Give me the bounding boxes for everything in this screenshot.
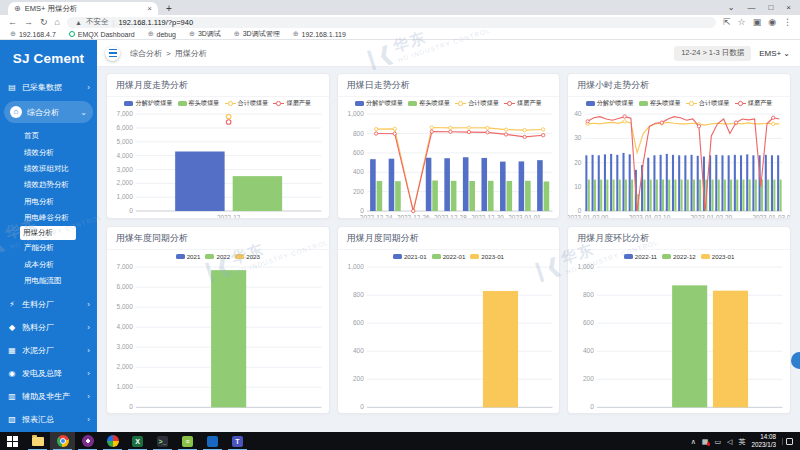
chevron-right-icon: ›: [87, 323, 90, 332]
legend-item[interactable]: 2023-01: [701, 253, 735, 260]
start-button[interactable]: [0, 432, 25, 450]
tray-expand-icon[interactable]: ∧: [691, 438, 696, 445]
excel-icon[interactable]: X: [125, 432, 150, 450]
bar: [666, 154, 668, 211]
legend-swatch-bar: [178, 101, 187, 107]
power-icon: ◉: [7, 369, 17, 378]
legend-item[interactable]: 合计喷煤量: [686, 99, 730, 108]
bookmark-star-icon[interactable]: ☆: [738, 18, 746, 27]
blue-app-icon[interactable]: [200, 432, 225, 450]
legend-item[interactable]: 2022-01: [432, 253, 466, 260]
new-tab-button[interactable]: +: [166, 2, 172, 15]
sidebar-subitem[interactable]: 用电能流图: [0, 273, 97, 289]
extensions-icon[interactable]: ▣: [753, 18, 762, 27]
bookmark-item[interactable]: ⊕3D调试: [189, 29, 221, 39]
profile-dropdown[interactable]: EMS+ ⌄: [759, 49, 790, 58]
sidebar-subitem[interactable]: 绩效趋势分析: [0, 177, 97, 193]
hamburger-menu-icon[interactable]: [105, 46, 120, 61]
reload-icon[interactable]: ↻: [40, 18, 48, 27]
tray-display-icon[interactable]: ▭: [714, 438, 721, 445]
window-close-button[interactable]: ×: [786, 3, 791, 12]
mqtt-client-icon[interactable]: [75, 432, 100, 450]
sidebar-subitem[interactable]: 首页: [0, 128, 97, 144]
chevron-down-icon: ⌄: [783, 49, 790, 58]
bar: [506, 181, 512, 211]
legend-item[interactable]: 分解炉喷煤量: [124, 99, 172, 108]
legend-item[interactable]: 2022-11: [624, 253, 657, 260]
bookmark-item[interactable]: ⊕debug: [148, 30, 176, 38]
file-explorer-icon[interactable]: [25, 432, 50, 450]
legend-item[interactable]: 煤磨产量: [504, 99, 542, 108]
bar: [728, 155, 730, 211]
browser-menu-icon[interactable]: ⋮: [783, 18, 792, 27]
pinwheel-app-icon[interactable]: [100, 432, 125, 450]
browser-tab[interactable]: ⊕ EMS+ 用煤分析 ×: [8, 2, 158, 15]
legend-label: 合计喷煤量: [238, 99, 269, 108]
share-icon[interactable]: ⇱: [723, 18, 731, 27]
legend-item[interactable]: 2021: [176, 253, 201, 260]
window-maximize-button[interactable]: □: [768, 3, 773, 12]
back-icon[interactable]: ←: [8, 18, 17, 27]
sidebar-subitem[interactable]: 成本分析: [0, 257, 97, 273]
sidebar-subitem[interactable]: 绩效分析: [0, 144, 97, 160]
sidebar-subitem[interactable]: 绩效班组对比: [0, 161, 97, 177]
forward-icon[interactable]: →: [24, 18, 33, 27]
teams-icon[interactable]: T: [225, 432, 250, 450]
bookmark-item[interactable]: ⊕192.168.4.7: [10, 30, 56, 38]
action-center-icon[interactable]: [782, 438, 796, 445]
sidebar-item-group[interactable]: ▥辅助及非生产›: [0, 385, 97, 408]
legend-item[interactable]: 窑头喷煤量: [178, 99, 220, 108]
svg-text:2023-01-03 06: 2023-01-03 06: [753, 214, 790, 219]
legend-item[interactable]: 煤磨产量: [273, 99, 311, 108]
tab-search-icon[interactable]: ⌄: [728, 3, 735, 12]
sidebar-item-group[interactable]: ⚡生料分厂›: [0, 293, 97, 316]
bookmark-item[interactable]: ⊕192.168.1.119: [293, 30, 346, 38]
sidebar-item-group[interactable]: ▧报表汇总›: [0, 408, 97, 431]
legend-item[interactable]: 煤磨产量: [735, 99, 773, 108]
sidebar-subitem[interactable]: 用电分析: [0, 194, 97, 210]
sidebar-item-group[interactable]: ◆熟料分厂›: [0, 316, 97, 339]
legend-item[interactable]: 窑头喷煤量: [408, 99, 450, 108]
bar: [600, 180, 602, 211]
charts-grid: 用煤月度走势分析分解炉喷煤量窑头喷煤量合计喷煤量煤磨产量01,0002,0003…: [97, 67, 800, 420]
sidebar-subitem[interactable]: 用电峰谷分析: [0, 210, 97, 226]
bar: [718, 180, 720, 211]
notepad-app-icon[interactable]: ≡: [175, 432, 200, 450]
terminal-app-icon[interactable]: >_: [150, 432, 175, 450]
sidebar-subitem[interactable]: 用煤分析: [20, 226, 76, 240]
bookmark-item[interactable]: EMQX Dashboard: [69, 31, 135, 38]
bookmark-item[interactable]: ⊕3D调试管理: [234, 29, 280, 39]
legend-swatch-line: [735, 100, 746, 107]
legend-item[interactable]: 合计喷煤量: [455, 99, 499, 108]
url-omnibox[interactable]: ▲ 不安全 | 192.168.1.119/?p=940: [67, 17, 716, 28]
sidebar-subitem[interactable]: 产能分析: [0, 240, 97, 256]
bookmark-label: 3D调试管理: [243, 29, 280, 39]
svg-text:600: 600: [353, 319, 364, 326]
chrome-icon[interactable]: [50, 432, 75, 450]
sidebar-item-active[interactable]: ⌂综合分析⌄: [4, 101, 93, 123]
breadcrumb-parent[interactable]: 综合分析: [130, 48, 162, 59]
taskbar-clock[interactable]: 14:08 2023/1/3: [751, 433, 776, 449]
date-range-button[interactable]: 12-24 > 1-3 日数据: [674, 46, 751, 61]
sidebar-item-group[interactable]: ▦水泥分厂›: [0, 339, 97, 362]
legend-swatch-line: [455, 100, 466, 107]
input-language-indicator[interactable]: 英: [738, 438, 745, 445]
legend-item[interactable]: 2021-01: [393, 253, 427, 260]
legend-item[interactable]: 2023-01: [470, 253, 504, 260]
tray-app-icon[interactable]: ▦: [702, 438, 709, 445]
legend-item[interactable]: 2022-12: [662, 253, 696, 260]
tab-close-icon[interactable]: ×: [147, 4, 152, 13]
bar: [629, 154, 631, 211]
legend-item[interactable]: 2022: [205, 253, 230, 260]
sidebar-item-group[interactable]: ▤已采集数据›: [0, 76, 97, 99]
legend-item[interactable]: 合计喷煤量: [225, 99, 269, 108]
window-minimize-button[interactable]: —: [747, 3, 755, 12]
home-icon[interactable]: ⌂: [55, 18, 60, 27]
sidebar-item-group[interactable]: ◉发电及总降›: [0, 362, 97, 385]
profile-avatar-icon[interactable]: ◉: [768, 18, 776, 27]
tray-volume-icon[interactable]: ◁: [727, 438, 732, 445]
legend-item[interactable]: 分解炉喷煤量: [586, 99, 634, 108]
legend-item[interactable]: 2023: [235, 253, 260, 260]
legend-item[interactable]: 窑头喷煤量: [639, 99, 681, 108]
legend-item[interactable]: 分解炉喷煤量: [355, 99, 403, 108]
